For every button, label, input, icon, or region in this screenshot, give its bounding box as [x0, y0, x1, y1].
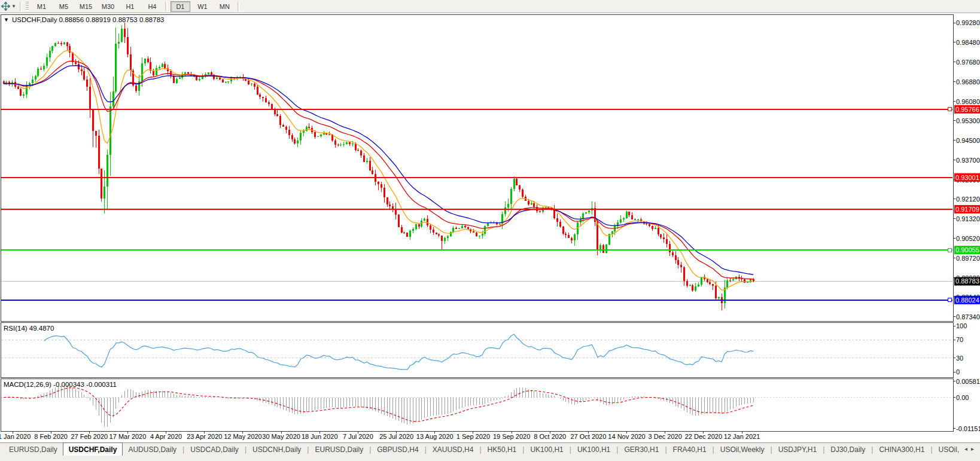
svg-text:0.94500: 0.94500 [956, 137, 980, 144]
tab-fra40-h1[interactable]: FRA40,H1 [668, 444, 712, 456]
tab-eurusd-daily[interactable]: EURUSD,Daily [309, 444, 369, 456]
timeframe-button-group: M1M5M15M30H1H4D1W1MN [31, 1, 242, 12]
toolbar-separator [20, 2, 22, 11]
timeframe-button-H1[interactable]: H1 [120, 1, 140, 12]
chevron-down-icon[interactable]: ▼ [11, 4, 16, 9]
top-toolbar: ▼ M1M5M15M30H1H4D1W1MN [0, 0, 980, 13]
tab-usdcad-daily[interactable]: USDCAD,Daily [185, 444, 244, 456]
hline-handle-0.88024[interactable] [948, 298, 951, 302]
svg-text:0.93700: 0.93700 [956, 157, 980, 164]
svg-text:0.95766: 0.95766 [955, 106, 979, 113]
svg-text:27 Feb 2020: 27 Feb 2020 [71, 433, 108, 440]
svg-text:0.91320: 0.91320 [956, 215, 980, 222]
chart-tab-bar: EURUSD,DailyUSDCHF,DailyAUDUSD,Daily|USD… [0, 442, 980, 461]
tab-scroll-arrows[interactable]: ◂▸ [964, 445, 978, 452]
svg-text:0.89720: 0.89720 [956, 255, 980, 262]
toolbar-grip-handle[interactable] [26, 2, 29, 11]
tab-usdchf-daily[interactable]: USDCHF,Daily [63, 442, 123, 456]
svg-text:0: 0 [956, 368, 960, 375]
tab-gbpusd-h4[interactable]: GBPUSD,H4 [372, 444, 424, 456]
svg-text:12 May 2020: 12 May 2020 [224, 433, 262, 440]
timeframe-button-D1[interactable]: D1 [171, 1, 190, 12]
timeframe-button-M5[interactable]: M5 [54, 1, 74, 12]
svg-text:-0.011514: -0.011514 [956, 425, 980, 432]
svg-text:0.00: 0.00 [956, 394, 969, 401]
svg-text:0.93001: 0.93001 [955, 174, 979, 181]
svg-text:8 Feb 2020: 8 Feb 2020 [34, 433, 68, 440]
timeframe-button-M30[interactable]: M30 [98, 1, 118, 12]
chart-area[interactable]: 0.992800.984800.976800.968800.960800.953… [0, 13, 980, 442]
price-axis: 0.992800.984800.976800.968800.960800.953… [953, 19, 980, 320]
svg-text:0.005818: 0.005818 [956, 378, 980, 385]
chart-title-marker: ▼ [4, 17, 9, 23]
svg-text:0.99280: 0.99280 [956, 19, 980, 26]
macd-label: MACD(12,26,9) -0.000343 -0.000311 [4, 381, 117, 388]
crosshair-move-icon[interactable] [1, 2, 10, 11]
svg-text:0.88783: 0.88783 [955, 277, 979, 285]
svg-text:19 Sep 2020: 19 Sep 2020 [493, 433, 530, 440]
tab-usdjpy-h1[interactable]: USDJPY,H1 [773, 444, 822, 456]
svg-text:0.92120: 0.92120 [956, 196, 980, 203]
tab-usdcnh-daily[interactable]: USDCNH,Daily [247, 444, 306, 456]
price-chart-svg[interactable]: 0.992800.984800.976800.968800.960800.953… [0, 13, 980, 442]
svg-text:22 Dec 2020: 22 Dec 2020 [685, 433, 722, 440]
tab-eurusd-daily[interactable]: EURUSD,Daily [4, 444, 63, 456]
tab-scroll-left-icon[interactable]: ◂ [964, 445, 971, 452]
svg-text:27 Oct 2020: 27 Oct 2020 [570, 433, 606, 440]
tab-ger30-h1[interactable]: GER30,H1 [619, 444, 664, 456]
chart-panes [1, 14, 953, 431]
tab-usoil-weekly[interactable]: USOil,Weekly [715, 444, 770, 456]
timeframe-button-H4[interactable]: H4 [142, 1, 162, 12]
tab-uk100-h1[interactable]: UK100,H1 [572, 444, 616, 456]
svg-text:13 Aug 2020: 13 Aug 2020 [416, 433, 454, 440]
svg-text:4 Apr 2020: 4 Apr 2020 [150, 433, 182, 440]
tab-uk100-h1[interactable]: UK100,H1 [525, 444, 568, 456]
tab-scroll-right-icon[interactable]: ▸ [971, 445, 978, 452]
svg-text:7 Jul 2020: 7 Jul 2020 [343, 433, 373, 440]
svg-text:17 Mar 2020: 17 Mar 2020 [109, 433, 147, 440]
tab-hk50-h1[interactable]: HK50,H1 [482, 444, 522, 456]
rsi-label: RSI(14) 49.4870 [4, 325, 54, 332]
bottom-strip [0, 456, 980, 461]
svg-text:30: 30 [956, 355, 963, 362]
svg-text:0.95300: 0.95300 [956, 117, 980, 124]
svg-text:0.97680: 0.97680 [956, 59, 980, 66]
svg-text:12 Jan 2021: 12 Jan 2021 [724, 433, 760, 440]
timeframe-button-MN[interactable]: MN [215, 1, 235, 12]
svg-text:100: 100 [956, 322, 967, 329]
date-axis: 21 Jan 20208 Feb 202027 Feb 202017 Mar 2… [0, 431, 760, 440]
tab-xauusd-h4[interactable]: XAUUSD,H4 [427, 444, 479, 456]
svg-text:30 May 2020: 30 May 2020 [262, 433, 300, 440]
svg-text:25 Jul 2020: 25 Jul 2020 [379, 433, 413, 440]
timeframe-button-M15[interactable]: M15 [76, 1, 96, 12]
svg-text:8 Oct 2020: 8 Oct 2020 [534, 433, 566, 440]
hline-handle-0.90055[interactable] [948, 248, 951, 252]
svg-text:0.91709: 0.91709 [955, 206, 979, 213]
svg-text:70: 70 [956, 336, 963, 343]
toolbar-separator [165, 2, 168, 11]
tab-usoil-[interactable]: USOil, [933, 444, 965, 456]
svg-text:0.98480: 0.98480 [956, 39, 980, 46]
svg-text:0.90055: 0.90055 [955, 246, 979, 254]
timeframe-button-W1[interactable]: W1 [193, 1, 212, 12]
chart-title: USDCHF,Daily 0.88856 0.88919 0.88753 0.8… [12, 16, 164, 23]
svg-text:1 Sep 2020: 1 Sep 2020 [456, 433, 490, 440]
svg-text:0.87340: 0.87340 [956, 313, 980, 320]
svg-text:18 Jun 2020: 18 Jun 2020 [302, 433, 338, 440]
svg-text:0.88024: 0.88024 [955, 297, 979, 304]
timeframe-button-M1[interactable]: M1 [32, 1, 51, 12]
toolbar-separator [238, 2, 240, 11]
svg-text:21 Jan 2020: 21 Jan 2020 [0, 433, 31, 440]
chart-tab-row: EURUSD,DailyUSDCHF,DailyAUDUSD,Daily|USD… [0, 443, 980, 456]
svg-text:0.96080: 0.96080 [956, 98, 980, 105]
svg-text:23 Apr 2020: 23 Apr 2020 [187, 433, 222, 440]
tab-audusd-daily[interactable]: AUDUSD,Daily [123, 444, 182, 456]
svg-text:0.90520: 0.90520 [956, 235, 980, 242]
svg-text:0.96880: 0.96880 [956, 78, 980, 86]
svg-text:3 Dec 2020: 3 Dec 2020 [649, 433, 682, 440]
hline-handle-0.95766[interactable] [948, 108, 951, 111]
tab-china300-h1[interactable]: CHINA300,H1 [874, 444, 930, 456]
svg-text:14 Nov 2020: 14 Nov 2020 [608, 433, 645, 440]
tab-dj30-daily[interactable]: DJ30,Daily [825, 444, 871, 456]
